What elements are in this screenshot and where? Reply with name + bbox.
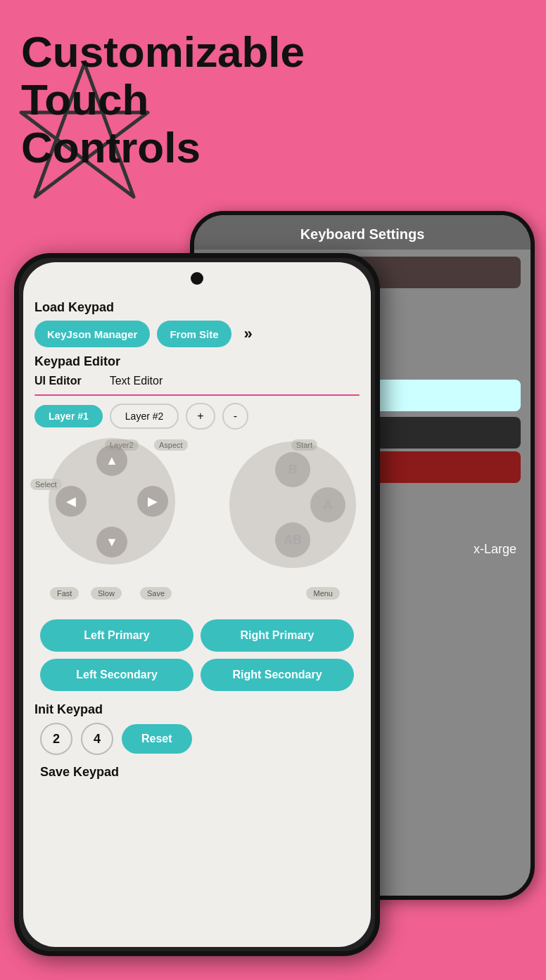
front-phone: Load Keypad KeyJson Manager From Site » … (14, 253, 380, 956)
more-arrow-button[interactable]: » (239, 321, 258, 347)
add-layer-button[interactable]: + (186, 403, 215, 430)
load-keypad-buttons: KeyJson Manager From Site » (34, 321, 360, 347)
btn-slow[interactable]: Slow (91, 587, 122, 600)
right-secondary-button[interactable]: Right Secondary (201, 659, 354, 691)
layer-row: Layer #1 Layer #2 + - (34, 403, 360, 430)
keypad-editor-title: Keypad Editor (34, 354, 360, 369)
tab-ui-editor[interactable]: UI Editor (34, 375, 82, 390)
gamepad-area: Layer2 Aspect Start Select ▲ ▼ ◀ (34, 438, 360, 614)
reset-button[interactable]: Reset (122, 724, 192, 754)
dpad-container: Select ▲ ▼ ◀ ▶ (56, 445, 168, 557)
init-num-2[interactable]: 4 (81, 723, 113, 755)
from-site-button[interactable]: From Site (157, 321, 231, 347)
tab-text-editor[interactable]: Text Editor (110, 375, 163, 390)
save-keypad-title: Save Keypad (34, 762, 360, 782)
left-secondary-button[interactable]: Left Secondary (40, 659, 193, 691)
camera-notch (191, 272, 203, 285)
right-primary-button[interactable]: Right Primary (201, 619, 354, 652)
btn-fast[interactable]: Fast (50, 587, 79, 600)
dpad-left-button[interactable]: ◀ (56, 486, 87, 517)
dpad-right-button[interactable]: ▶ (137, 486, 168, 517)
layer-2-button[interactable]: Layer #2 (110, 404, 179, 429)
bottom-control-buttons: Left Primary Right Primary Left Secondar… (34, 619, 360, 691)
btn-a[interactable]: A (310, 487, 345, 522)
phone-content: Load Keypad KeyJson Manager From Site » … (23, 293, 371, 947)
tab-divider (34, 394, 360, 396)
dpad-down-button[interactable]: ▼ (96, 527, 127, 557)
back-phone-header: Keyboard Settings (194, 215, 531, 250)
front-phone-screen: Load Keypad KeyJson Manager From Site » … (23, 262, 371, 947)
keyjson-manager-button[interactable]: KeyJson Manager (34, 321, 150, 347)
editor-tabs: UI Editor Text Editor (34, 375, 360, 390)
init-keypad-controls: 2 4 Reset (40, 723, 354, 755)
abab-container: B A AB (233, 445, 353, 565)
dpad-up-button[interactable]: ▲ (96, 445, 127, 476)
hero-title: Customizable Touch Controls (21, 28, 373, 172)
btn-ab[interactable]: AB (275, 522, 310, 557)
btn-menu[interactable]: Menu (306, 587, 340, 600)
left-primary-button[interactable]: Left Primary (40, 619, 193, 652)
load-keypad-title: Load Keypad (34, 300, 360, 315)
layer-1-button[interactable]: Layer #1 (34, 405, 103, 427)
init-num-1[interactable]: 2 (40, 723, 72, 755)
remove-layer-button[interactable]: - (222, 403, 248, 430)
btn-select-label[interactable]: Select (30, 479, 62, 490)
btn-save[interactable]: Save (140, 587, 172, 600)
btn-b[interactable]: B (275, 452, 310, 487)
init-keypad-title: Init Keypad (34, 702, 360, 717)
